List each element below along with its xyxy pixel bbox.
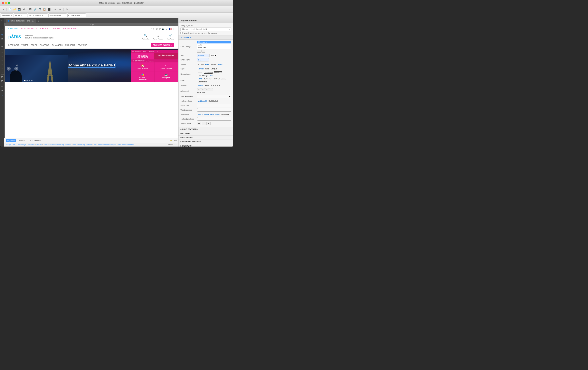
- tool-resize1[interactable]: ◫: [0, 84, 4, 88]
- tab-source[interactable]: Source: [18, 139, 27, 142]
- image-button[interactable]: 🖼: [28, 7, 32, 11]
- align-start-label[interactable]: start: [197, 92, 201, 94]
- nav-presse[interactable]: PRESSE: [53, 28, 61, 30]
- variant-normal[interactable]: normal: [197, 84, 204, 87]
- facebook-icon[interactable]: f: [151, 28, 152, 30]
- carousel-dot-2[interactable]: [27, 80, 28, 81]
- case-capitalize[interactable]: Capitalized: [197, 80, 207, 83]
- nav-decouvrir[interactable]: DÉCOUVRIR: [8, 44, 19, 46]
- widget-activite-button[interactable]: RÉSERVERUNE ACTIVITÉ: [131, 53, 154, 60]
- direction-ltr[interactable]: Left to right: [197, 100, 207, 102]
- font-sans-serif[interactable]: sans-serif: [197, 46, 231, 49]
- nav-visiteurs[interactable]: VISITEURS: [8, 28, 18, 30]
- hover-checkbox[interactable]: [180, 32, 182, 34]
- carousel-prev-button[interactable]: ‹: [7, 67, 11, 70]
- tool-c[interactable]: C: [0, 33, 4, 37]
- carousel-dot-4[interactable]: [31, 80, 32, 81]
- print-button[interactable]: 🖨: [22, 7, 26, 11]
- table-button[interactable]: 📋: [42, 7, 46, 11]
- writing-mode-vertical-rl[interactable]: ↵: [207, 122, 210, 125]
- carousel-dot-1[interactable]: [24, 80, 25, 81]
- decoration-none[interactable]: None: [197, 71, 202, 74]
- style-normal[interactable]: Normal: [197, 68, 204, 70]
- general-section-header[interactable]: ▼ GENERAL: [178, 35, 233, 40]
- aria-dropdown[interactable]: (no ARIA role) ▼: [67, 13, 86, 17]
- tool-grid1[interactable]: ⊞: [0, 75, 4, 79]
- minimize-button[interactable]: [5, 2, 7, 4]
- variant-smallcaps[interactable]: SMALL CAPITALS: [204, 84, 221, 87]
- writing-mode-horizontal[interactable]: ↵: [197, 122, 201, 125]
- line-height-input[interactable]: [197, 58, 209, 61]
- form-button[interactable]: ⬛: [47, 7, 51, 11]
- tab-wysiwyg[interactable]: Wysiwyg: [6, 139, 16, 142]
- writing-mode-vertical-lr[interactable]: ↓: [202, 122, 206, 125]
- pinterest-icon[interactable]: P: [159, 28, 161, 30]
- font-remove-button[interactable]: −: [201, 50, 205, 53]
- decoration-blink[interactable]: blink: [209, 74, 214, 77]
- decoration-underline[interactable]: Underlined: [203, 71, 213, 74]
- carousel-dot-3[interactable]: [29, 80, 30, 81]
- wrap-normal[interactable]: only at normal break points: [197, 113, 220, 116]
- gplus-icon[interactable]: g+: [156, 28, 158, 30]
- tool-list2[interactable]: ≡: [0, 54, 4, 58]
- direction-rtl[interactable]: Right to left: [208, 100, 218, 102]
- font-features-header[interactable]: ▶ FONT FEATURES: [178, 127, 233, 131]
- font-arial[interactable]: Arial: [197, 43, 231, 46]
- tool-underline[interactable]: U: [0, 45, 4, 49]
- maximize-button[interactable]: [8, 2, 10, 4]
- tool-bold[interactable]: B: [0, 37, 4, 41]
- weight-normal[interactable]: Normal: [197, 63, 204, 65]
- style-italic[interactable]: Italic: [205, 68, 210, 70]
- twitter-icon[interactable]: 𝕥: [153, 28, 154, 30]
- text-indent-input[interactable]: [197, 117, 231, 120]
- widget-culture[interactable]: 👁 Culture & Loisirs: [155, 62, 178, 71]
- open-folder-button[interactable]: 📁: [12, 7, 17, 11]
- colors-header[interactable]: ▶ COLORS: [178, 131, 233, 135]
- align-right-button[interactable]: ≡: [205, 88, 209, 91]
- tool-list6[interactable]: ≡: [0, 70, 4, 74]
- widget-hebergement-button[interactable]: UN HÉBERGEMENT: [154, 53, 178, 60]
- nav-phototheque[interactable]: PHOTOTHÈQUE: [63, 28, 77, 30]
- undo-button[interactable]: ↩: [53, 7, 57, 11]
- settings-button[interactable]: ⚙: [65, 7, 69, 11]
- breadcrumb-bannertop[interactable]: <div .BannerTop.BannerTop--visitors>: [43, 144, 71, 146]
- breadcrumb-main[interactable]: <main>: [36, 144, 42, 146]
- apply-styles-dropdown[interactable]: this element only through its ID ▼: [180, 27, 231, 31]
- lang-arrow[interactable]: ▼: [173, 28, 174, 30]
- tool-italic[interactable]: I: [0, 41, 4, 45]
- action-cart[interactable]: 🛒 Mon Panier: [167, 34, 174, 40]
- code-toggle[interactable]: </>: [0, 19, 4, 22]
- add-tab-button[interactable]: +: [37, 20, 40, 23]
- id-dropdown[interactable]: (no ID) ▼: [14, 13, 27, 17]
- nav-sortir[interactable]: SORTIR: [31, 44, 38, 46]
- nav-professionnels[interactable]: PROFESSIONNELS: [21, 28, 37, 30]
- case-none[interactable]: None: [197, 78, 202, 80]
- nav-adherents[interactable]: ADHÉRENTS: [40, 28, 51, 30]
- breadcrumb-layout[interactable]: <div .Layout.Layout--visitors>: [13, 144, 35, 146]
- media-button[interactable]: 🎵: [38, 7, 42, 11]
- style-oblique[interactable]: Oblique: [210, 68, 218, 70]
- align-center-button[interactable]: ≡: [201, 88, 205, 91]
- nav-dormir[interactable]: OÙ DORMIR: [65, 44, 76, 46]
- word-spacing-input[interactable]: [197, 108, 231, 111]
- action-info[interactable]: ℹ Points d'accueil: [153, 34, 163, 40]
- redo-button[interactable]: ↪: [58, 7, 62, 11]
- align-end-label[interactable]: end: [202, 92, 205, 94]
- font-montserrat[interactable]: Montserrat: [197, 41, 231, 43]
- action-search[interactable]: 🔍 Rechercher: [142, 34, 150, 40]
- tool-list5[interactable]: ≡: [0, 66, 4, 70]
- save-button[interactable]: 💾: [17, 7, 21, 11]
- nav-visiter[interactable]: VISITER: [21, 44, 29, 46]
- nav-shopping[interactable]: SHOPPING: [40, 44, 50, 46]
- weight-bolder[interactable]: bolder: [217, 63, 224, 65]
- browser-tab[interactable]: 🔵 Office de tourisme Paris - S...: [6, 19, 36, 23]
- case-upper[interactable]: UPPER CASE: [214, 78, 227, 80]
- borders-header[interactable]: ▶ BORDERS: [178, 144, 233, 147]
- tool-plus[interactable]: +: [0, 24, 4, 28]
- tool-list1[interactable]: ≡: [0, 50, 4, 54]
- breadcrumb-vertical[interactable]: <div .BannerTop-verticalAlign>: [94, 144, 116, 146]
- youtube-icon[interactable]: ▶: [166, 28, 167, 30]
- wrap-anywhere[interactable]: anywhere: [221, 113, 230, 116]
- open-button[interactable]: 📄: [8, 7, 12, 11]
- tool-x[interactable]: ✕: [0, 28, 4, 31]
